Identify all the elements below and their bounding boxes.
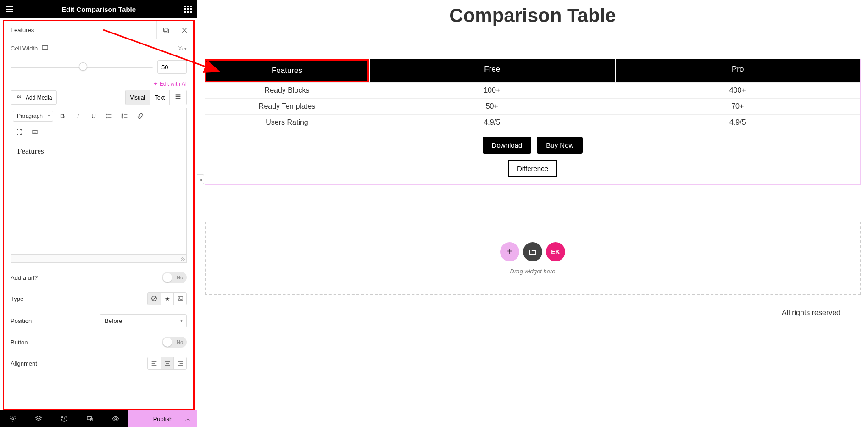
header-features[interactable]: Features [206,61,367,81]
svg-point-12 [107,116,107,116]
add-widget-icon[interactable]: + [500,242,519,261]
type-row: Type ★ [4,288,193,310]
position-select[interactable]: Before [100,314,187,327]
page-title: Comparison Table [197,5,868,27]
svg-point-6 [17,96,19,98]
button-row: Button No [4,332,193,352]
align-center-icon[interactable] [161,357,173,369]
cell-pro: 4.9/5 [615,115,861,130]
add-url-toggle[interactable]: No [162,272,187,283]
cell-pro: 70+ [615,99,861,114]
italic-icon[interactable]: I [72,110,84,122]
desktop-icon[interactable] [41,44,49,53]
tab-text[interactable]: Text [150,90,169,105]
collapse-sidebar-icon[interactable]: ◂ [197,174,204,184]
svg-point-30 [179,298,180,299]
menu-icon[interactable] [5,5,14,14]
cell-width-label: Cell Width [11,45,38,52]
position-row: Position Before [4,310,193,332]
cell-width-input[interactable] [157,60,187,74]
type-image-icon[interactable] [173,293,186,305]
cell-feature: Users Rating [205,115,369,130]
type-star-icon[interactable]: ★ [161,293,173,305]
section-header: Features [4,21,193,39]
alignment-label: Alignment [11,360,37,367]
footer-text: All rights reserved [197,295,868,317]
fullscreen-icon[interactable] [13,126,26,138]
section-label: Features [4,27,156,33]
link-icon[interactable] [134,110,147,122]
type-segmented: ★ [147,292,187,305]
svg-rect-9 [176,98,181,99]
widgets-grid-icon[interactable] [184,5,193,14]
rte-path-bar [11,255,187,263]
editor-mode-tabs: Visual Text [125,90,187,105]
features-panel: Features Cell Width % ▾ [3,20,195,410]
svg-point-43 [115,418,117,420]
button-toggle[interactable]: No [162,337,187,348]
history-icon[interactable] [51,410,77,427]
sparkle-icon: ✦ [153,81,158,87]
keyboard-icon[interactable] [28,126,41,138]
cell-width-slider[interactable] [11,64,153,70]
download-button[interactable]: Download [483,137,532,154]
preview-eye-icon[interactable] [103,410,128,427]
tab-visual[interactable]: Visual [126,90,150,105]
paragraph-select[interactable]: Paragraph [13,111,53,122]
cell-pro: 400+ [615,83,861,98]
svg-point-40 [12,418,14,420]
ordered-list-icon[interactable]: 123 [118,110,131,122]
svg-rect-8 [176,96,181,97]
cell-width-slider-row [4,57,193,78]
svg-rect-0 [165,29,168,33]
position-label: Position [11,317,32,324]
cell-feature: Ready Templates [205,99,369,114]
chevron-down-icon[interactable]: ▾ [184,46,187,51]
align-right-icon[interactable] [173,357,186,369]
type-none-icon[interactable] [148,293,161,305]
comparison-table[interactable]: Features Free Pro Ready Blocks 100+ 400+… [205,59,861,185]
header-free[interactable]: Free [369,59,615,82]
folder-icon[interactable] [523,242,542,261]
difference-row: Difference [205,158,860,184]
chevron-up-icon[interactable]: ︿ [185,415,191,423]
media-icon [16,93,23,102]
tab-extra-icon[interactable] [169,90,186,105]
bold-icon[interactable]: B [56,110,69,122]
edit-with-ai-link[interactable]: ✦ Edit with AI [153,81,187,87]
buy-now-button[interactable]: Buy Now [537,137,583,154]
settings-gear-icon[interactable] [0,410,26,427]
align-left-icon[interactable] [148,357,161,369]
layers-icon[interactable] [26,410,51,427]
responsive-icon[interactable] [77,410,103,427]
table-header-row: Features Free Pro [205,59,860,82]
widget-drop-zone[interactable]: + EK Drag widget here [205,222,861,295]
ek-icon[interactable]: EK [546,242,565,261]
svg-rect-4 [42,45,48,49]
sidebar-header: Edit Comparison Table [0,0,197,18]
publish-button[interactable]: Publish ︿ [128,410,197,427]
difference-button[interactable]: Difference [508,160,557,177]
header-pro[interactable]: Pro [615,59,861,82]
editor-top-row: Add Media Visual Text [4,90,193,108]
duplicate-icon[interactable] [156,21,175,39]
button-label: Button [11,339,28,346]
rich-text-editor[interactable]: Features [11,140,187,255]
svg-rect-7 [176,94,181,95]
rte-toolbar-2 [11,124,187,140]
cell-free: 100+ [369,83,615,98]
svg-rect-22 [32,131,38,134]
unit-label[interactable]: % [178,45,183,52]
sidebar-title: Edit Comparison Table [61,6,136,13]
table-row: Ready Templates 50+ 70+ [205,98,860,114]
add-media-button[interactable]: Add Media [11,90,57,105]
close-icon[interactable] [175,21,193,39]
table-row: Users Rating 4.9/5 4.9/5 [205,114,860,130]
underline-icon[interactable]: U [87,110,100,122]
bullet-list-icon[interactable] [103,110,116,122]
add-url-row: Add a url? No [4,267,193,288]
header-features-highlight: Features [205,59,369,82]
svg-text:3: 3 [122,116,123,119]
svg-point-10 [107,114,107,114]
cell-feature: Ready Blocks [205,83,369,98]
